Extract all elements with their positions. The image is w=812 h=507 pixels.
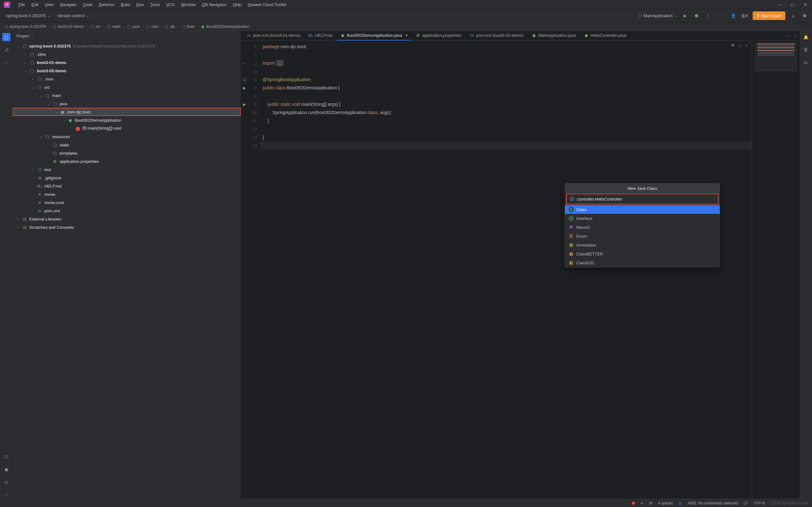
popup-option-annotation[interactable]: @Annotation [565,240,720,249]
tree-node[interactable]: M↓HELP.md [13,182,241,190]
breadcrumb-item[interactable]: ◉Boot302DemoApplication [200,24,249,29]
gutter-line[interactable]: 11 [241,117,260,125]
more-actions-button[interactable]: ⋮ [705,12,711,19]
menu-tools[interactable]: Tools [147,2,163,7]
tree-node[interactable]: ≡mvnw.cmd [13,199,241,207]
gutter-line[interactable]: 14 [241,141,260,150]
tree-node[interactable]: ⌄▣com.djc.boot [13,108,241,116]
progress-icon[interactable]: ◔ [649,501,652,505]
inspection-ok-icon[interactable]: ✓ [745,43,749,48]
menu-window[interactable]: Window [178,2,199,7]
menu-vcs[interactable]: VCS [163,2,178,7]
menu-run[interactable]: Run [133,2,147,7]
search-icon[interactable]: ⌕ [790,12,797,19]
more-tool-button[interactable]: ⋯ [2,58,10,66]
tree-node[interactable]: ⌄▢src [13,83,241,91]
menu-view[interactable]: View [42,2,57,7]
breadcrumb-item[interactable]: ▢spring-boot-3-202376 [4,24,46,29]
gutter-line[interactable]: ⬡6 [241,75,260,83]
project-panel-header[interactable]: Project ⌄ [13,31,241,41]
popup-option-enum[interactable]: EEnum [565,232,720,240]
run-config-selector[interactable]: ⬡ MainApplication ⌄ [638,13,677,18]
popup-option-record[interactable]: RRecord [565,223,720,232]
gutter-line[interactable]: 5 [241,67,260,75]
editor-code[interactable]: package com.djc.boot;import ...@SpringBo… [260,41,752,499]
encoding[interactable]: UTF-8 [754,501,764,505]
terminal-tool-button[interactable]: ▣ [2,465,10,473]
breadcrumb-item[interactable]: ▢main [107,24,120,29]
menu-build[interactable]: Build [118,2,133,7]
tree-node[interactable]: ⌄▢java [13,100,241,108]
menu-code[interactable]: Code [80,2,96,7]
inspection-eye-icon[interactable]: ⦸ [739,43,741,48]
commit-tool-button[interactable]: ⎇ [2,46,10,54]
tree-node[interactable]: ›▢.idea [13,50,241,58]
editor-tab[interactable]: ⚙application.properties [412,31,465,41]
debug-button[interactable]: ⬢ [693,12,700,19]
close-button[interactable]: ✕ [802,2,808,7]
run-button[interactable]: ▶ [681,12,689,19]
close-tab-icon[interactable]: × [405,33,408,38]
translate-icon[interactable]: 文A [741,12,748,19]
tree-node[interactable]: ⌄◉Boot302DemoApplication [13,116,241,124]
editor-tab[interactable]: mpom.xml (boot3-01-demo) [243,31,305,41]
editor-minimap[interactable] [752,41,799,499]
maximize-button[interactable]: ◻ [789,2,796,7]
gutter-line[interactable]: ›3 [241,59,260,67]
start-exam-button[interactable]: ⬆ Start Exam [753,11,785,20]
tree-node[interactable]: ⬤ⓜ main(String[]):void [13,124,241,132]
menu-file[interactable]: File [15,2,28,7]
tree-node[interactable]: ›⊟Scratches and Consoles [13,223,241,231]
project-tool-button[interactable]: ▢ [2,33,10,41]
menu-help[interactable]: Help [230,2,245,7]
reader-mode-icon[interactable]: 👁 [731,43,735,48]
class-name-input[interactable] [576,197,715,202]
tree-node[interactable]: ⊘.gitignore [13,174,241,182]
tabs-dropdown-icon[interactable]: ⌄ [788,34,790,38]
breadcrumb-item[interactable]: ▢boot3-02-demo [52,24,84,29]
tree-node[interactable]: ▢templates [13,149,241,157]
tree-node[interactable]: ⌄▢spring-boot-3-202376D:\project\IdeaPro… [13,42,241,50]
menu-edit[interactable]: Edit [28,2,42,7]
menu-navigate[interactable]: Navigate [57,2,79,7]
tree-node[interactable]: ›▢test [13,165,241,174]
editor-tab[interactable]: M↓HELP.md [305,31,336,41]
gutter-line[interactable]: 8 [241,92,260,100]
menu-db-navigator[interactable]: DB Navigator [199,2,230,7]
tree-node[interactable]: ⌄▢resources [13,132,241,141]
popup-option-interface[interactable]: IInterface [565,214,720,223]
editor-tab[interactable]: mpom.xml (boot3-02-demo) [466,31,527,41]
editor-tab[interactable]: ◉MainApplication.java [528,31,579,41]
popup-option-classdjc[interactable]: ◧ClassDJC [565,258,720,267]
menu-huawei-cloud-toolkit[interactable]: Huawei Cloud Toolkit [245,2,289,7]
gutter-line[interactable]: 12 [241,125,260,133]
aws-status[interactable]: AWS: No credentials selected [688,501,738,505]
menu-refactor[interactable]: Refactor [96,2,118,7]
tree-node[interactable]: ⚙application.properties [13,157,241,165]
settings-icon[interactable]: ⚙ [801,12,808,19]
editor-tab[interactable]: ◉HelloController.java [580,31,630,41]
problems-tool-button[interactable]: ⊙ [2,478,10,486]
git-tool-button[interactable]: ⑂ [2,491,10,499]
gutter-line[interactable]: ▶7 [241,83,260,92]
gutter-line[interactable]: 13 [241,133,260,141]
gutter-line[interactable]: ▶9 [241,100,260,108]
gutter-line[interactable]: 2 [241,51,260,59]
editor-tab[interactable]: ◉Boot302DemoApplication.java× [337,31,412,41]
popup-option-classbetter[interactable]: ◧ClassBETTER [565,249,720,258]
maven-tool-button[interactable]: m [802,58,810,66]
tree-node[interactable]: ⌄▢boot3-02-demo [13,66,241,75]
tree-node[interactable]: ≡mvnw [13,190,241,199]
tree-node[interactable]: mpom.xml [13,207,241,215]
minimize-button[interactable]: — [776,2,783,7]
database-tool-button[interactable]: 🗄 [802,46,810,54]
tree-node[interactable]: ›▢.mvn [13,75,241,83]
gutter-line[interactable]: 1 [241,43,260,51]
tree-node[interactable]: ›▢boot3-01-demo [13,58,241,66]
breadcrumb-item[interactable]: ▢src [90,24,101,29]
copilot-icon[interactable]: ∞ [641,501,644,505]
breadcrumb-item[interactable]: ▢djc [165,24,175,29]
breadcrumb-item[interactable]: ▢java [127,24,140,29]
indent-info[interactable]: 4 spaces [658,501,673,505]
line-ending[interactable]: LF [744,501,748,505]
